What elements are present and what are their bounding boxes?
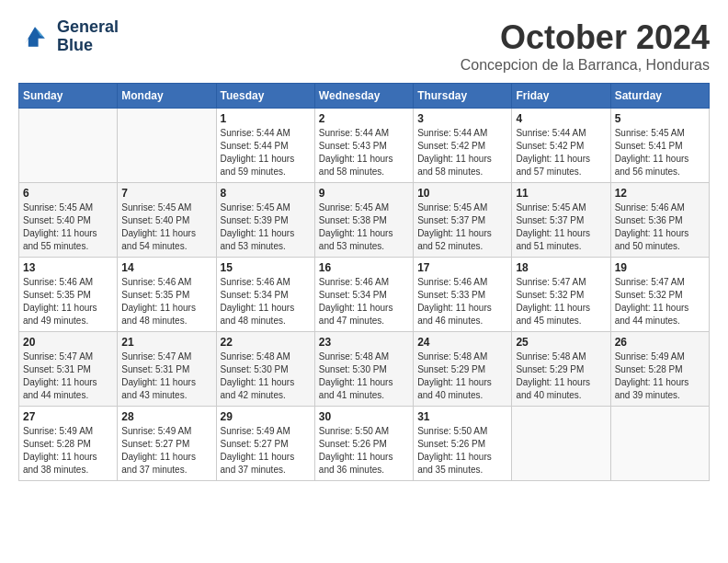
calendar-cell: 19Sunrise: 5:47 AM Sunset: 5:32 PM Dayli… xyxy=(610,258,709,332)
day-info: Sunrise: 5:46 AM Sunset: 5:34 PM Dayligh… xyxy=(319,276,409,327)
calendar-cell: 17Sunrise: 5:46 AM Sunset: 5:33 PM Dayli… xyxy=(414,258,512,332)
weekday-header: Tuesday xyxy=(216,84,314,109)
calendar-cell: 14Sunrise: 5:46 AM Sunset: 5:35 PM Dayli… xyxy=(118,258,216,332)
day-info: Sunrise: 5:46 AM Sunset: 5:34 PM Dayligh… xyxy=(221,276,311,327)
day-info: Sunrise: 5:45 AM Sunset: 5:38 PM Dayligh… xyxy=(319,201,409,253)
calendar-cell: 30Sunrise: 5:50 AM Sunset: 5:26 PM Dayli… xyxy=(314,407,413,481)
day-number: 26 xyxy=(615,336,705,349)
logo-text: General Blue xyxy=(57,18,119,55)
day-info: Sunrise: 5:50 AM Sunset: 5:26 PM Dayligh… xyxy=(319,425,409,477)
day-info: Sunrise: 5:44 AM Sunset: 5:42 PM Dayligh… xyxy=(516,127,606,178)
day-number: 11 xyxy=(516,187,606,200)
day-info: Sunrise: 5:48 AM Sunset: 5:29 PM Dayligh… xyxy=(516,350,606,402)
calendar-cell: 4Sunrise: 5:44 AM Sunset: 5:42 PM Daylig… xyxy=(512,109,610,183)
day-number: 15 xyxy=(221,261,311,274)
day-info: Sunrise: 5:45 AM Sunset: 5:40 PM Dayligh… xyxy=(23,201,113,253)
day-number: 27 xyxy=(23,410,113,423)
calendar-cell: 1Sunrise: 5:44 AM Sunset: 5:44 PM Daylig… xyxy=(216,109,314,183)
calendar-cell: 22Sunrise: 5:48 AM Sunset: 5:30 PM Dayli… xyxy=(216,332,314,407)
day-number: 18 xyxy=(516,261,606,274)
calendar-cell: 15Sunrise: 5:46 AM Sunset: 5:34 PM Dayli… xyxy=(216,258,314,332)
weekday-header: Monday xyxy=(118,84,216,109)
weekday-header: Friday xyxy=(512,84,610,109)
day-info: Sunrise: 5:44 AM Sunset: 5:42 PM Dayligh… xyxy=(417,127,507,178)
title-section: October 2024 Concepcion de la Barranca, … xyxy=(461,18,710,74)
day-info: Sunrise: 5:49 AM Sunset: 5:28 PM Dayligh… xyxy=(23,425,113,477)
day-number: 9 xyxy=(319,187,409,200)
calendar-cell: 5Sunrise: 5:45 AM Sunset: 5:41 PM Daylig… xyxy=(610,109,709,183)
day-info: Sunrise: 5:50 AM Sunset: 5:26 PM Dayligh… xyxy=(417,425,507,477)
day-number: 13 xyxy=(23,261,113,274)
day-info: Sunrise: 5:49 AM Sunset: 5:27 PM Dayligh… xyxy=(221,425,311,477)
day-info: Sunrise: 5:45 AM Sunset: 5:41 PM Dayligh… xyxy=(615,127,705,178)
calendar-cell: 20Sunrise: 5:47 AM Sunset: 5:31 PM Dayli… xyxy=(19,332,118,407)
day-info: Sunrise: 5:46 AM Sunset: 5:36 PM Dayligh… xyxy=(615,201,705,253)
calendar-cell: 8Sunrise: 5:45 AM Sunset: 5:39 PM Daylig… xyxy=(216,183,314,258)
logo-icon xyxy=(18,20,51,53)
day-info: Sunrise: 5:47 AM Sunset: 5:32 PM Dayligh… xyxy=(615,276,705,327)
calendar-cell: 25Sunrise: 5:48 AM Sunset: 5:29 PM Dayli… xyxy=(512,332,610,407)
day-info: Sunrise: 5:49 AM Sunset: 5:27 PM Dayligh… xyxy=(121,425,211,477)
calendar-cell: 28Sunrise: 5:49 AM Sunset: 5:27 PM Dayli… xyxy=(118,407,216,481)
day-info: Sunrise: 5:47 AM Sunset: 5:31 PM Dayligh… xyxy=(121,350,211,402)
day-number: 19 xyxy=(615,261,705,274)
day-info: Sunrise: 5:44 AM Sunset: 5:44 PM Dayligh… xyxy=(221,127,311,178)
calendar-cell: 16Sunrise: 5:46 AM Sunset: 5:34 PM Dayli… xyxy=(314,258,413,332)
day-info: Sunrise: 5:48 AM Sunset: 5:29 PM Dayligh… xyxy=(417,350,507,402)
calendar-cell xyxy=(118,109,216,183)
weekday-header-row: SundayMondayTuesdayWednesdayThursdayFrid… xyxy=(19,84,710,109)
calendar-cell xyxy=(19,109,118,183)
day-number: 5 xyxy=(615,112,705,125)
weekday-header: Sunday xyxy=(19,84,118,109)
calendar-cell: 10Sunrise: 5:45 AM Sunset: 5:37 PM Dayli… xyxy=(414,183,512,258)
calendar-cell: 3Sunrise: 5:44 AM Sunset: 5:42 PM Daylig… xyxy=(414,109,512,183)
day-number: 6 xyxy=(23,187,113,200)
day-number: 17 xyxy=(417,261,507,274)
calendar-cell: 2Sunrise: 5:44 AM Sunset: 5:43 PM Daylig… xyxy=(314,109,413,183)
day-info: Sunrise: 5:45 AM Sunset: 5:37 PM Dayligh… xyxy=(516,201,606,253)
day-number: 3 xyxy=(417,112,507,125)
calendar-cell: 31Sunrise: 5:50 AM Sunset: 5:26 PM Dayli… xyxy=(414,407,512,481)
weekday-header: Wednesday xyxy=(314,84,413,109)
day-number: 21 xyxy=(121,336,211,349)
calendar-cell: 27Sunrise: 5:49 AM Sunset: 5:28 PM Dayli… xyxy=(19,407,118,481)
day-info: Sunrise: 5:46 AM Sunset: 5:33 PM Dayligh… xyxy=(417,276,507,327)
location-title: Concepcion de la Barranca, Honduras xyxy=(461,57,710,74)
day-info: Sunrise: 5:49 AM Sunset: 5:28 PM Dayligh… xyxy=(615,350,705,402)
day-number: 28 xyxy=(121,410,211,423)
day-number: 1 xyxy=(221,112,311,125)
month-title: October 2024 xyxy=(461,18,710,57)
day-number: 25 xyxy=(516,336,606,349)
calendar-cell: 29Sunrise: 5:49 AM Sunset: 5:27 PM Dayli… xyxy=(216,407,314,481)
calendar-week-row: 1Sunrise: 5:44 AM Sunset: 5:44 PM Daylig… xyxy=(19,109,710,183)
day-number: 24 xyxy=(417,336,507,349)
weekday-header: Saturday xyxy=(610,84,709,109)
calendar-cell: 13Sunrise: 5:46 AM Sunset: 5:35 PM Dayli… xyxy=(19,258,118,332)
day-info: Sunrise: 5:45 AM Sunset: 5:40 PM Dayligh… xyxy=(121,201,211,253)
day-number: 14 xyxy=(121,261,211,274)
day-number: 12 xyxy=(615,187,705,200)
day-info: Sunrise: 5:47 AM Sunset: 5:31 PM Dayligh… xyxy=(23,350,113,402)
day-number: 10 xyxy=(417,187,507,200)
calendar-cell: 18Sunrise: 5:47 AM Sunset: 5:32 PM Dayli… xyxy=(512,258,610,332)
calendar-week-row: 27Sunrise: 5:49 AM Sunset: 5:28 PM Dayli… xyxy=(19,407,710,481)
day-info: Sunrise: 5:45 AM Sunset: 5:37 PM Dayligh… xyxy=(417,201,507,253)
calendar-week-row: 20Sunrise: 5:47 AM Sunset: 5:31 PM Dayli… xyxy=(19,332,710,407)
calendar-cell: 11Sunrise: 5:45 AM Sunset: 5:37 PM Dayli… xyxy=(512,183,610,258)
day-number: 22 xyxy=(221,336,311,349)
day-number: 7 xyxy=(121,187,211,200)
day-info: Sunrise: 5:45 AM Sunset: 5:39 PM Dayligh… xyxy=(221,201,311,253)
calendar-week-row: 6Sunrise: 5:45 AM Sunset: 5:40 PM Daylig… xyxy=(19,183,710,258)
calendar-cell xyxy=(610,407,709,481)
calendar-cell xyxy=(512,407,610,481)
calendar-cell: 24Sunrise: 5:48 AM Sunset: 5:29 PM Dayli… xyxy=(414,332,512,407)
calendar-week-row: 13Sunrise: 5:46 AM Sunset: 5:35 PM Dayli… xyxy=(19,258,710,332)
day-number: 8 xyxy=(221,187,311,200)
weekday-header: Thursday xyxy=(414,84,512,109)
day-number: 4 xyxy=(516,112,606,125)
calendar-cell: 9Sunrise: 5:45 AM Sunset: 5:38 PM Daylig… xyxy=(314,183,413,258)
day-info: Sunrise: 5:47 AM Sunset: 5:32 PM Dayligh… xyxy=(516,276,606,327)
calendar-cell: 7Sunrise: 5:45 AM Sunset: 5:40 PM Daylig… xyxy=(118,183,216,258)
day-number: 31 xyxy=(417,410,507,423)
day-number: 30 xyxy=(319,410,409,423)
